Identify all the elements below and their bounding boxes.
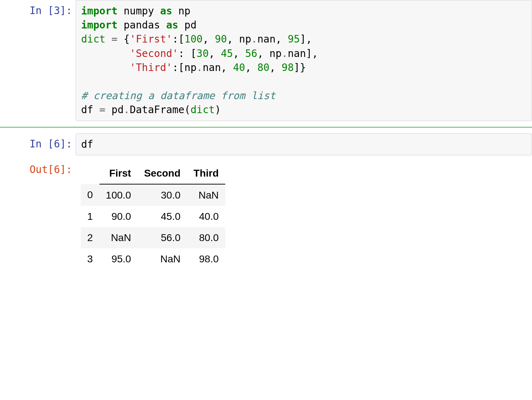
row-index: 3 [81, 248, 99, 270]
output-cell: Out[6]: First Second Third 0100.030.0NaN… [0, 159, 532, 274]
row-index: 0 [81, 184, 99, 206]
table-cell: 90.0 [99, 206, 138, 227]
table-row: 190.045.040.0 [81, 206, 225, 227]
input-prompt: In [3]: [0, 0, 76, 18]
code-input[interactable]: df [76, 133, 532, 155]
output-prompt: Out[6]: [0, 159, 76, 177]
table-cell: 56.0 [138, 227, 187, 248]
table-cell: 98.0 [187, 248, 225, 270]
table-cell: 40.0 [187, 206, 225, 227]
table-cell: 45.0 [138, 206, 187, 227]
table-cell: NaN [99, 227, 138, 248]
table-header: First Second Third [81, 163, 225, 184]
table-cell: NaN [138, 248, 187, 270]
column-header: First [99, 163, 138, 184]
row-index: 2 [81, 227, 99, 248]
table-row: 395.0NaN98.0 [81, 248, 225, 270]
cell-separator [0, 127, 532, 128]
dataframe-table: First Second Third 0100.030.0NaN190.045.… [81, 163, 225, 270]
table-cell: NaN [187, 184, 225, 206]
code-cell: In [6]: df [0, 133, 532, 155]
table-row: 0100.030.0NaN [81, 184, 225, 206]
input-prompt: In [6]: [0, 133, 76, 151]
column-header: Third [187, 163, 225, 184]
code-input[interactable]: import numpy as np import pandas as pd d… [76, 0, 532, 121]
column-header: Second [138, 163, 187, 184]
table-row: 2NaN56.080.0 [81, 227, 225, 248]
output-area: First Second Third 0100.030.0NaN190.045.… [76, 159, 532, 274]
table-cell: 30.0 [138, 184, 187, 206]
table-cell: 100.0 [99, 184, 138, 206]
row-index: 1 [81, 206, 99, 227]
table-cell: 80.0 [187, 227, 225, 248]
index-header [81, 163, 99, 184]
code-cell: In [3]: import numpy as np import pandas… [0, 0, 532, 121]
table-body: 0100.030.0NaN190.045.040.02NaN56.080.039… [81, 184, 225, 270]
table-cell: 95.0 [99, 248, 138, 270]
